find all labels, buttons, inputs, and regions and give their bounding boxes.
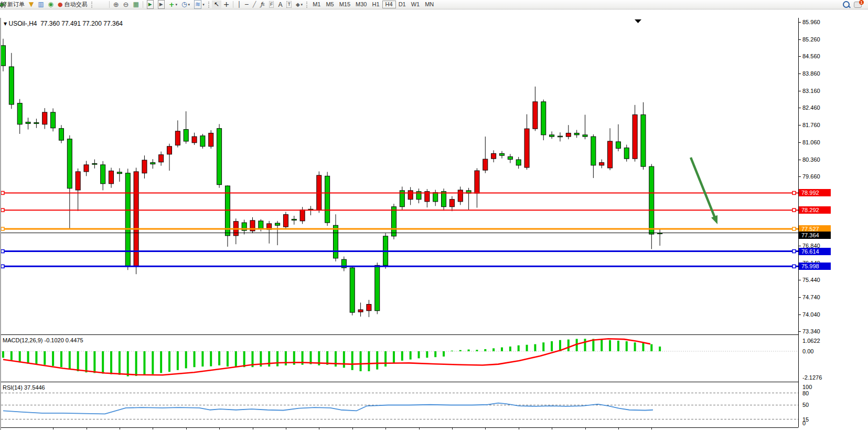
horizontal-line-78.292[interactable] bbox=[1, 208, 798, 212]
crosshair-tool-button[interactable]: + bbox=[221, 1, 232, 8]
line-handle[interactable] bbox=[1, 227, 4, 230]
candle bbox=[34, 119, 39, 128]
line-handle[interactable] bbox=[792, 250, 796, 253]
candle bbox=[541, 100, 546, 141]
add-indicator-button[interactable]: + ▾ bbox=[167, 1, 179, 8]
auto-trading-button[interactable]: ● 自动交易 bbox=[56, 1, 90, 8]
candle bbox=[242, 219, 247, 234]
shapes-tool-button[interactable]: ◆ ▾ bbox=[294, 1, 305, 8]
tf-M1[interactable]: M1 bbox=[310, 1, 323, 8]
zoom-in-button[interactable]: ⊕ bbox=[111, 1, 121, 8]
templates-button[interactable]: ≋ ▾ bbox=[192, 1, 207, 8]
line-handle[interactable] bbox=[1, 265, 4, 268]
main-chart-canvas[interactable] bbox=[0, 18, 798, 334]
line-handle[interactable] bbox=[792, 208, 796, 212]
candle bbox=[641, 102, 646, 170]
signal-icon[interactable]: ◉ bbox=[46, 1, 56, 8]
toolbar-separator bbox=[233, 1, 233, 8]
candle bbox=[134, 167, 138, 274]
candle bbox=[175, 120, 180, 147]
price-tag-76.614: 76.614 bbox=[799, 248, 831, 255]
rsi-panel-canvas[interactable] bbox=[0, 383, 798, 427]
market-watch-icon[interactable]: ▥ bbox=[36, 1, 46, 8]
tile-windows-button[interactable]: ▦ bbox=[131, 1, 141, 8]
tf-H4[interactable]: H4 bbox=[382, 1, 396, 8]
fibonacci-tool-button[interactable]: ƒE bbox=[258, 1, 267, 8]
funnel-icon[interactable]: ▼ bbox=[27, 1, 36, 8]
toolbar-grip bbox=[91, 2, 93, 8]
tf-D1[interactable]: D1 bbox=[396, 1, 409, 8]
candle bbox=[508, 154, 512, 163]
candle bbox=[400, 186, 404, 209]
candle bbox=[408, 187, 413, 205]
notifications-button[interactable]: 1 bbox=[852, 1, 864, 8]
toolbar-grip bbox=[306, 2, 308, 8]
auto-scroll-button[interactable]: ▶ bbox=[145, 1, 156, 8]
vertical-line-icon: │ bbox=[237, 1, 241, 8]
trendline-icon: ╱ bbox=[253, 1, 256, 8]
trendline-tool-button[interactable]: ╱ bbox=[251, 1, 259, 8]
timeframe-group: M1M5M15M30H1H4D1W1MN bbox=[310, 1, 436, 8]
candle bbox=[358, 302, 363, 317]
horizontal-line-77.527[interactable] bbox=[1, 227, 798, 230]
toolbar-grip bbox=[208, 2, 210, 8]
collapse-icon[interactable]: ▼ bbox=[4, 22, 7, 26]
cursor-tool-button[interactable]: ↖ bbox=[212, 1, 221, 8]
line-handle[interactable] bbox=[792, 191, 796, 194]
tf-W1[interactable]: W1 bbox=[409, 1, 423, 8]
chart-shift-button[interactable]: ▶ bbox=[156, 1, 167, 8]
line-handle[interactable] bbox=[1, 208, 4, 212]
horizontal-line-76.614[interactable] bbox=[1, 250, 798, 253]
text-tool-button[interactable]: A bbox=[276, 1, 284, 8]
price-axis-label: 74.040 bbox=[802, 311, 820, 318]
tf-M15[interactable]: M15 bbox=[337, 1, 353, 8]
chevron-down-icon: ▾ bbox=[188, 3, 190, 7]
horizontal-line-icon: ─ bbox=[245, 1, 249, 8]
chat-bubble-icon: 1 bbox=[854, 2, 862, 8]
templates-icon: ≋ bbox=[194, 0, 201, 9]
cycles-tool-button[interactable]: F bbox=[267, 1, 276, 8]
candle bbox=[466, 188, 471, 210]
horizontal-line-tool-button[interactable]: ─ bbox=[243, 1, 251, 8]
tf-M5[interactable]: M5 bbox=[323, 1, 336, 8]
line-handle[interactable] bbox=[792, 265, 796, 268]
candle bbox=[1, 39, 6, 71]
line-handle[interactable] bbox=[792, 227, 796, 230]
line-handle[interactable] bbox=[1, 191, 4, 194]
text-tool-icon: A bbox=[278, 1, 282, 8]
candle bbox=[308, 206, 313, 215]
candlestick-type-button[interactable] bbox=[99, 1, 103, 8]
annotation-arrow[interactable] bbox=[691, 158, 717, 224]
vertical-line-tool-button[interactable]: │ bbox=[235, 1, 243, 8]
macd-panel-canvas[interactable] bbox=[0, 335, 798, 382]
period-clock-button[interactable]: ◷ ▾ bbox=[179, 1, 192, 8]
new-order-button[interactable]: 新订单 bbox=[5, 1, 27, 8]
zoom-out-button[interactable]: ⊖ bbox=[121, 1, 131, 8]
label-tool-button[interactable]: T bbox=[284, 1, 294, 8]
price-axis-label: 83.860 bbox=[802, 70, 820, 77]
candle bbox=[583, 115, 587, 140]
price-tag-78.292: 78.292 bbox=[799, 206, 831, 214]
bar-chart-type-button[interactable] bbox=[95, 1, 99, 8]
chart-shift-marker[interactable] bbox=[635, 19, 641, 23]
candle bbox=[117, 168, 122, 182]
cursor-icon: ↖ bbox=[214, 1, 219, 8]
horizontal-line-75.998[interactable] bbox=[1, 265, 798, 268]
candle bbox=[334, 214, 338, 261]
candle bbox=[624, 145, 629, 162]
candle bbox=[151, 159, 155, 169]
candle bbox=[599, 160, 604, 169]
price-axis-border bbox=[798, 18, 799, 427]
line-chart-type-button[interactable] bbox=[103, 1, 108, 8]
tf-MN[interactable]: MN bbox=[422, 1, 436, 8]
candle bbox=[416, 188, 421, 203]
search-button[interactable] bbox=[841, 1, 852, 8]
candle bbox=[167, 144, 172, 171]
candle bbox=[550, 131, 554, 139]
chart-title[interactable]: ▼ USOil-,H4 77.360 77.491 77.200 77.364 bbox=[4, 20, 123, 27]
panel-separator[interactable] bbox=[0, 382, 798, 382]
tf-H1[interactable]: H1 bbox=[370, 1, 382, 8]
tf-M30[interactable]: M30 bbox=[353, 1, 369, 8]
panel-separator[interactable] bbox=[0, 334, 798, 335]
line-handle[interactable] bbox=[1, 250, 4, 253]
